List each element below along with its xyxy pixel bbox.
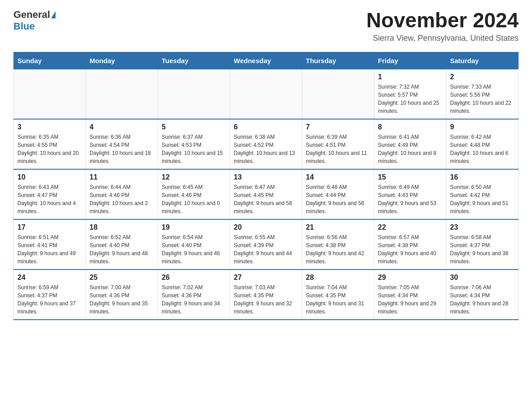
calendar-cell: 30Sunrise: 7:06 AM Sunset: 4:34 PM Dayli… [446,270,519,320]
calendar-cell [14,69,86,119]
calendar-cell: 24Sunrise: 6:59 AM Sunset: 4:37 PM Dayli… [14,270,86,320]
day-number: 5 [162,123,226,131]
calendar-cell: 23Sunrise: 6:58 AM Sunset: 4:37 PM Dayli… [446,219,519,270]
day-info: Sunrise: 6:37 AM Sunset: 4:53 PM Dayligh… [162,133,226,165]
day-number: 25 [90,274,154,282]
day-number: 14 [306,173,370,181]
calendar-cell: 21Sunrise: 6:56 AM Sunset: 4:38 PM Dayli… [302,219,374,270]
day-info: Sunrise: 7:03 AM Sunset: 4:35 PM Dayligh… [234,283,298,316]
weekday-header-wednesday: Wednesday [230,52,302,69]
logo-general: General [13,9,50,21]
day-info: Sunrise: 6:35 AM Sunset: 4:55 PM Dayligh… [17,133,82,165]
day-number: 17 [17,223,82,231]
weekday-header-monday: Monday [86,52,158,69]
calendar-cell: 15Sunrise: 6:49 AM Sunset: 4:43 PM Dayli… [374,169,446,219]
calendar-cell: 16Sunrise: 6:50 AM Sunset: 4:42 PM Dayli… [446,169,519,219]
calendar-cell: 7Sunrise: 6:39 AM Sunset: 4:51 PM Daylig… [302,119,374,169]
page-header: General Blue November 2024 Sierra View, … [13,9,519,43]
calendar-cell: 3Sunrise: 6:35 AM Sunset: 4:55 PM Daylig… [14,119,86,169]
day-number: 1 [378,73,442,81]
day-info: Sunrise: 6:38 AM Sunset: 4:52 PM Dayligh… [234,133,298,165]
day-number: 13 [234,173,298,181]
day-info: Sunrise: 7:04 AM Sunset: 4:35 PM Dayligh… [306,283,370,316]
day-info: Sunrise: 6:49 AM Sunset: 4:43 PM Dayligh… [378,183,442,215]
weekday-header-friday: Friday [374,52,446,69]
day-info: Sunrise: 6:44 AM Sunset: 4:46 PM Dayligh… [90,183,154,215]
month-title: November 2024 [366,9,519,32]
day-number: 7 [306,123,370,131]
day-info: Sunrise: 6:48 AM Sunset: 4:44 PM Dayligh… [306,183,370,215]
day-number: 8 [378,123,442,131]
day-number: 28 [306,274,370,282]
title-section: November 2024 Sierra View, Pennsylvania,… [366,9,519,43]
calendar-cell: 11Sunrise: 6:44 AM Sunset: 4:46 PM Dayli… [86,169,158,219]
day-info: Sunrise: 7:00 AM Sunset: 4:36 PM Dayligh… [90,283,154,316]
calendar-cell: 4Sunrise: 6:36 AM Sunset: 4:54 PM Daylig… [86,119,158,169]
day-info: Sunrise: 6:51 AM Sunset: 4:41 PM Dayligh… [17,233,82,265]
day-number: 4 [90,123,154,131]
calendar-cell: 27Sunrise: 7:03 AM Sunset: 4:35 PM Dayli… [230,270,302,320]
day-number: 20 [234,223,298,231]
calendar-cell: 8Sunrise: 6:41 AM Sunset: 4:49 PM Daylig… [374,119,446,169]
calendar-cell: 14Sunrise: 6:48 AM Sunset: 4:44 PM Dayli… [302,169,374,219]
calendar-cell: 6Sunrise: 6:38 AM Sunset: 4:52 PM Daylig… [230,119,302,169]
calendar-cell: 17Sunrise: 6:51 AM Sunset: 4:41 PM Dayli… [14,219,86,270]
day-number: 23 [450,223,515,231]
day-info: Sunrise: 6:43 AM Sunset: 4:47 PM Dayligh… [17,183,82,215]
day-info: Sunrise: 7:02 AM Sunset: 4:36 PM Dayligh… [162,283,226,316]
weekday-header-thursday: Thursday [302,52,374,69]
day-info: Sunrise: 6:55 AM Sunset: 4:39 PM Dayligh… [234,233,298,265]
logo-triangle-icon [51,11,56,18]
day-info: Sunrise: 6:58 AM Sunset: 4:37 PM Dayligh… [450,233,515,265]
day-info: Sunrise: 6:57 AM Sunset: 4:38 PM Dayligh… [378,233,442,265]
calendar-cell: 28Sunrise: 7:04 AM Sunset: 4:35 PM Dayli… [302,270,374,320]
day-number: 2 [450,73,515,81]
calendar-week-row: 10Sunrise: 6:43 AM Sunset: 4:47 PM Dayli… [14,169,519,219]
calendar-week-row: 3Sunrise: 6:35 AM Sunset: 4:55 PM Daylig… [14,119,519,169]
day-info: Sunrise: 6:56 AM Sunset: 4:38 PM Dayligh… [306,233,370,265]
calendar-cell [86,69,158,119]
calendar-cell: 5Sunrise: 6:37 AM Sunset: 4:53 PM Daylig… [158,119,230,169]
day-info: Sunrise: 6:59 AM Sunset: 4:37 PM Dayligh… [17,283,82,316]
day-number: 21 [306,223,370,231]
day-info: Sunrise: 6:39 AM Sunset: 4:51 PM Dayligh… [306,133,370,165]
day-info: Sunrise: 7:33 AM Sunset: 5:56 PM Dayligh… [450,83,515,115]
day-info: Sunrise: 6:45 AM Sunset: 4:46 PM Dayligh… [162,183,226,215]
weekday-header-sunday: Sunday [14,52,86,69]
calendar-cell: 2Sunrise: 7:33 AM Sunset: 5:56 PM Daylig… [446,69,519,119]
logo-blue: Blue [13,21,35,32]
calendar-week-row: 24Sunrise: 6:59 AM Sunset: 4:37 PM Dayli… [14,270,519,320]
day-info: Sunrise: 7:32 AM Sunset: 5:57 PM Dayligh… [378,83,442,115]
day-number: 11 [90,173,154,181]
location-title: Sierra View, Pennsylvania, United States [366,34,519,43]
calendar-cell: 10Sunrise: 6:43 AM Sunset: 4:47 PM Dayli… [14,169,86,219]
logo: General Blue [13,9,56,32]
day-number: 27 [234,274,298,282]
calendar-cell: 26Sunrise: 7:02 AM Sunset: 4:36 PM Dayli… [158,270,230,320]
day-number: 26 [162,274,226,282]
day-number: 10 [17,173,82,181]
day-info: Sunrise: 6:41 AM Sunset: 4:49 PM Dayligh… [378,133,442,165]
calendar-cell [158,69,230,119]
day-number: 6 [234,123,298,131]
calendar-cell: 25Sunrise: 7:00 AM Sunset: 4:36 PM Dayli… [86,270,158,320]
day-number: 22 [378,223,442,231]
day-info: Sunrise: 6:42 AM Sunset: 4:48 PM Dayligh… [450,133,515,165]
day-info: Sunrise: 7:06 AM Sunset: 4:34 PM Dayligh… [450,283,515,316]
calendar-cell: 22Sunrise: 6:57 AM Sunset: 4:38 PM Dayli… [374,219,446,270]
day-number: 18 [90,223,154,231]
weekday-header-saturday: Saturday [446,52,519,69]
calendar-cell: 29Sunrise: 7:05 AM Sunset: 4:34 PM Dayli… [374,270,446,320]
day-info: Sunrise: 6:47 AM Sunset: 4:45 PM Dayligh… [234,183,298,215]
calendar-week-row: 1Sunrise: 7:32 AM Sunset: 5:57 PM Daylig… [14,69,519,119]
day-number: 19 [162,223,226,231]
day-number: 12 [162,173,226,181]
calendar-cell: 20Sunrise: 6:55 AM Sunset: 4:39 PM Dayli… [230,219,302,270]
day-number: 30 [450,274,515,282]
day-info: Sunrise: 7:05 AM Sunset: 4:34 PM Dayligh… [378,283,442,316]
day-number: 29 [378,274,442,282]
day-info: Sunrise: 6:50 AM Sunset: 4:42 PM Dayligh… [450,183,515,215]
calendar-cell: 9Sunrise: 6:42 AM Sunset: 4:48 PM Daylig… [446,119,519,169]
weekday-header-tuesday: Tuesday [158,52,230,69]
day-number: 9 [450,123,515,131]
